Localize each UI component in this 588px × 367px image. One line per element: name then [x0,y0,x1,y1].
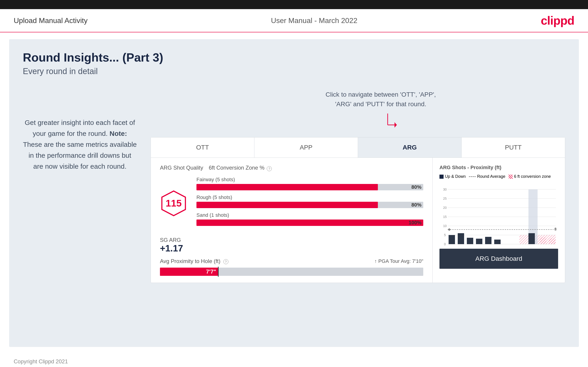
svg-rect-25 [494,240,501,244]
content-layout: Get greater insight into each facet of y… [23,90,565,283]
insight-card: OTT APP ARG PUTT ARG Shot Quality 6ft Co… [151,137,565,283]
pga-avg: ↑ PGA Tour Avg: 7'10" [374,258,423,264]
legend: Up & Down Round Average 6 ft conversion … [440,174,558,179]
nav-hint-text: Click to navigate between 'OTT', 'APP','… [196,90,565,109]
bar-stats: Fairway (5 shots) 80% Rough (5 shots) [197,177,423,230]
top-bar [0,0,588,9]
svg-rect-27 [528,233,535,244]
bar-row-sand: Sand (1 shots) 100% [197,212,423,226]
page-title: Round Insights... (Part 3) [23,50,565,64]
page-title-header: User Manual - March 2022 [271,17,357,25]
tab-arg[interactable]: ARG [358,137,462,158]
help-icon[interactable]: ? [267,166,272,171]
description-text: Get greater insight into each facet of y… [23,117,137,172]
bar-fill-fairway [197,184,378,190]
bar-row-rough: Rough (5 shots) 80% [197,194,423,208]
tab-ott[interactable]: OTT [151,137,254,158]
svg-rect-23 [476,239,482,244]
sg-value: +1.17 [160,243,423,253]
right-panel: Click to navigate between 'OTT', 'APP','… [151,90,565,283]
proximity-header: Avg Proximity to Hole (ft) ? ↑ PGA Tour … [160,258,423,264]
svg-rect-20 [449,235,455,244]
legend-up-down-label: Up & Down [445,174,466,179]
legend-up-down: Up & Down [440,174,466,179]
tab-app[interactable]: APP [254,137,358,158]
bar-label-rough: Rough (5 shots) [197,194,423,200]
svg-text:20: 20 [443,206,447,209]
tab-putt[interactable]: PUTT [462,137,565,158]
legend-hatched-icon [509,175,513,179]
svg-rect-21 [458,233,464,244]
chart-header: ARG Shots - Proximity (ft) [440,165,558,170]
legend-round-avg-label: Round Average [477,174,505,179]
tabs-container: OTT APP ARG PUTT [151,137,565,158]
proximity-label: Avg Proximity to Hole (ft) ? [160,258,228,264]
nav-hint: Click to navigate between 'OTT', 'APP','… [151,90,565,133]
legend-box-icon [440,175,444,179]
card-body: ARG Shot Quality 6ft Conversion Zone % ?… [151,158,565,283]
header: Upload Manual Activity User Manual - Mar… [0,9,588,32]
card-left-section: ARG Shot Quality 6ft Conversion Zone % ?… [151,158,432,283]
shot-quality-label: ARG Shot Quality [160,165,203,171]
proximity-cursor [218,267,219,277]
svg-rect-29 [549,238,555,244]
legend-round-avg: Round Average [469,174,505,179]
legend-conversion-label: 6 ft conversion zone [514,174,551,179]
bar-label-fairway: Fairway (5 shots) [197,177,423,183]
proximity-value: 7'7" [206,268,216,275]
note-label: Note: [110,130,127,137]
bar-label-sand: Sand (1 shots) [197,212,423,218]
svg-text:25: 25 [443,197,447,200]
card-right-section: ARG Shots - Proximity (ft) Up & Down Rou… [432,158,565,283]
bar-track-fairway: 80% [197,184,423,190]
bar-pct-sand: 100% [409,220,421,226]
footer: Copyright Clippd 2021 [0,354,588,367]
proximity-bar-track: 7'7" [160,268,423,276]
copyright-text: Copyright Clippd 2021 [14,358,68,365]
score-hexagon: 115 [160,190,187,217]
legend-conversion: 6 ft conversion zone [509,174,551,179]
bar-track-sand: 100% [197,219,423,226]
upload-link[interactable]: Upload Manual Activity [14,17,88,25]
svg-rect-22 [467,238,473,244]
svg-rect-24 [485,237,492,244]
chart-area: 0 5 10 15 20 25 30 [440,183,558,246]
bar-pct-rough: 80% [411,202,421,208]
bar-row-fairway: Fairway (5 shots) 80% [197,177,423,190]
chart-title: ARG Shots - Proximity (ft) [440,165,501,170]
svg-marker-31 [448,228,451,231]
main-content: Round Insights... (Part 3) Every round i… [9,39,579,347]
conversion-label: 6ft Conversion Zone % [209,165,264,171]
proximity-help-icon[interactable]: ? [223,259,228,264]
chart-svg: 0 5 10 15 20 25 30 [440,183,558,246]
section-headers: ARG Shot Quality 6ft Conversion Zone % ? [160,165,423,172]
bar-fill-rough [197,202,378,208]
proximity-bar-fill: 7'7" [160,268,218,276]
proximity-section: Avg Proximity to Hole (ft) ? ↑ PGA Tour … [160,258,423,276]
bar-track-rough: 80% [197,202,423,208]
bar-pct-fairway: 80% [411,184,421,190]
page-subtitle: Every round in detail [23,67,565,76]
logo: clippd [541,14,574,27]
svg-rect-28 [540,237,546,244]
svg-text:0: 0 [444,242,446,246]
arrow-icon [385,111,404,132]
svg-text:8: 8 [554,227,556,231]
bar-fill-sand [197,219,423,226]
svg-marker-2 [395,122,397,128]
sg-row: SG ARG +1.17 [160,237,423,253]
hex-score: 115 [166,198,182,209]
sg-label: SG ARG [160,237,423,243]
score-row: 115 Fairway (5 shots) 80% [160,177,423,230]
svg-text:30: 30 [443,188,447,191]
svg-text:15: 15 [443,215,447,219]
legend-dashed-icon [469,176,476,177]
arg-dashboard-button[interactable]: ARG Dashboard [440,249,558,269]
svg-text:5: 5 [444,233,446,237]
svg-text:10: 10 [443,224,447,228]
